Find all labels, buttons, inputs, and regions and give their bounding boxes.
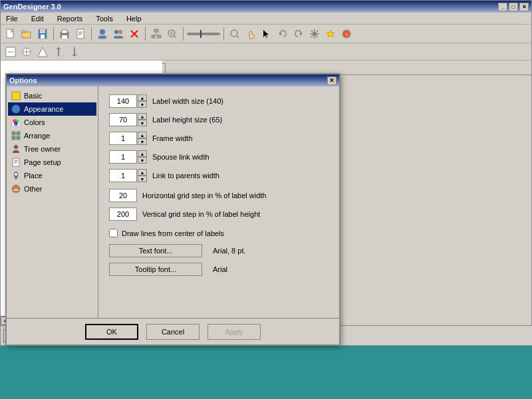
h-grid-row: 20 Horizontal grid step in % of label wi… (109, 189, 329, 202)
sidebar-item-colors[interactable]: Colors (8, 116, 96, 129)
apply-button[interactable]: Apply (207, 324, 261, 340)
toolbar-extra[interactable]: ! (339, 27, 354, 41)
toolbar-redo[interactable] (291, 27, 306, 41)
ok-button[interactable]: OK (85, 324, 138, 340)
sidebar-item-appearance[interactable]: Appearance (8, 102, 96, 116)
toolbar-delete[interactable] (127, 27, 142, 41)
menu-tools[interactable]: Tools (93, 14, 116, 23)
toolbar-zoom-in[interactable] (165, 27, 180, 41)
sidebar-label-place: Place (24, 172, 43, 180)
toolbar2-btn5[interactable] (67, 45, 82, 59)
svg-rect-56 (12, 136, 15, 140)
spouse-link-down[interactable]: ▼ (138, 157, 147, 164)
label-width-up[interactable]: ▲ (138, 94, 147, 101)
toolbar-undo[interactable] (275, 27, 290, 41)
toolbar-new[interactable] (3, 27, 18, 41)
sidebar-label-tree-owner: Tree owner (24, 145, 61, 153)
sidebar-item-other[interactable]: ∞ Other (8, 182, 96, 196)
app-title: GenDesigner 3.0 (3, 3, 61, 11)
tree-owner-icon (11, 144, 21, 154)
sidebar-item-page-setup[interactable]: Page setup (8, 156, 96, 169)
h-grid-label: Horizontal grid step in % of label width (142, 192, 266, 200)
appearance-panel: ▲ ▼ Label width size (140) ▲ ▼ (98, 86, 339, 318)
cancel-button[interactable]: Cancel (146, 324, 200, 340)
svg-point-29 (231, 30, 237, 37)
toolbar-save[interactable] (35, 27, 50, 41)
link-parents-input[interactable] (109, 169, 137, 182)
svg-text:∞: ∞ (14, 186, 19, 193)
sidebar-item-basic[interactable]: Basic (8, 89, 96, 102)
label-width-spin[interactable]: ▲ ▼ (109, 94, 147, 108)
label-width-input[interactable] (109, 94, 137, 108)
sidebar-item-place[interactable]: Place (8, 169, 96, 182)
toolbar2-btn3[interactable] (35, 45, 50, 59)
frame-width-spin[interactable]: ▲ ▼ (109, 132, 147, 145)
spouse-link-input[interactable] (109, 150, 137, 164)
svg-rect-59 (13, 158, 19, 166)
draw-lines-label: Draw lines from center of labels (122, 229, 224, 237)
toolbar-person-add[interactable] (95, 27, 110, 41)
text-font-value: Arial, 8 pt. (213, 247, 246, 255)
toolbar-cursor[interactable] (259, 27, 274, 41)
spouse-link-spin-btns: ▲ ▼ (138, 150, 147, 164)
toolbar-zoom-out[interactable] (227, 27, 242, 41)
dialog-close-button[interactable]: ✕ (327, 76, 336, 85)
toolbar-sep-4 (183, 27, 184, 41)
label-height-down[interactable]: ▼ (138, 120, 147, 126)
link-parents-spin-btns: ▲ ▼ (138, 169, 147, 182)
svg-point-34 (313, 32, 317, 36)
label-height-spin[interactable]: ▲ ▼ (109, 113, 147, 126)
label-height-row: ▲ ▼ Label height size (65) (109, 113, 329, 126)
toolbar-tree[interactable] (149, 27, 164, 41)
dialog-footer: OK Cancel Apply (7, 318, 339, 344)
link-parents-down[interactable]: ▼ (138, 176, 147, 182)
toolbar-main: ! (1, 25, 531, 43)
sidebar-label-arrange: Arrange (24, 132, 50, 140)
toolbar-print[interactable] (57, 27, 72, 41)
minimize-button[interactable]: _ (498, 3, 507, 11)
toolbar-settings[interactable] (307, 27, 322, 41)
text-font-button[interactable]: Text font... (109, 244, 202, 257)
label-width-spin-btns: ▲ ▼ (138, 94, 147, 108)
spouse-link-spin[interactable]: ▲ ▼ (109, 150, 147, 164)
svg-rect-55 (17, 132, 20, 135)
toolbar-star[interactable] (323, 27, 338, 41)
sidebar-item-tree-owner[interactable]: Tree owner (8, 142, 96, 156)
toolbar-hand[interactable] (243, 27, 258, 41)
frame-width-spin-btns: ▲ ▼ (138, 132, 147, 145)
frame-width-input[interactable] (109, 132, 137, 145)
link-parents-up[interactable]: ▲ (138, 169, 147, 176)
svg-point-63 (15, 173, 17, 176)
toolbar-family-add[interactable] (111, 27, 126, 41)
draw-lines-row[interactable]: Draw lines from center of labels (109, 229, 329, 237)
toolbar2-btn4[interactable] (51, 45, 66, 59)
place-icon (11, 170, 21, 181)
menu-file[interactable]: File (3, 14, 21, 23)
svg-rect-21 (152, 35, 155, 38)
dialog-title-bar: Options ✕ (7, 74, 339, 86)
close-button[interactable]: ✕ (519, 3, 529, 11)
toolbar-open[interactable] (19, 27, 34, 41)
menu-help[interactable]: Help (124, 14, 144, 23)
tooltip-font-button[interactable]: Tooltip font... (109, 263, 202, 276)
spouse-link-up[interactable]: ▲ (138, 150, 147, 157)
toolbar-preview[interactable] (73, 27, 88, 41)
label-height-input[interactable] (109, 113, 137, 126)
options-sidebar: Basic Appearance (7, 86, 98, 318)
sidebar-item-arrange[interactable]: Arrange (8, 129, 96, 142)
label-width-down[interactable]: ▼ (138, 101, 147, 108)
basic-icon (11, 90, 21, 101)
toolbar2-btn2[interactable] (19, 45, 34, 59)
v-grid-label: Vertical grid step in % of label height (142, 210, 260, 218)
label-height-up[interactable]: ▲ (138, 113, 147, 120)
frame-width-down[interactable]: ▼ (138, 138, 147, 145)
maximize-button[interactable]: □ (509, 3, 518, 11)
draw-lines-checkbox[interactable] (109, 229, 118, 237)
frame-width-up[interactable]: ▲ (138, 132, 147, 138)
colors-icon (11, 117, 21, 128)
menu-reports[interactable]: Reports (55, 14, 86, 23)
toolbar2-btn1[interactable] (3, 45, 18, 59)
toolbar-sep-1 (53, 27, 54, 41)
menu-edit[interactable]: Edit (29, 14, 47, 23)
link-parents-spin[interactable]: ▲ ▼ (109, 169, 147, 182)
